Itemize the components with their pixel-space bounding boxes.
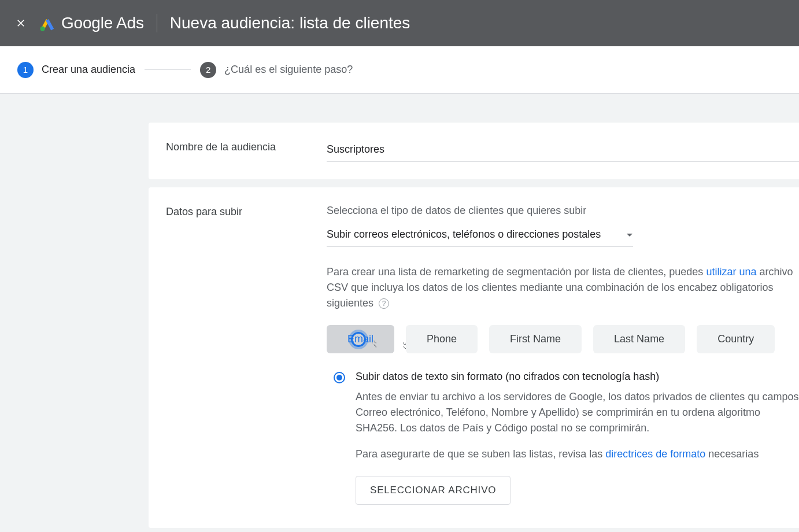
- help-icon[interactable]: ?: [379, 298, 389, 309]
- svg-point-0: [40, 27, 45, 31]
- upload-data-label: Datos para subir: [166, 205, 327, 505]
- step-1-label: Crear una audiencia: [42, 64, 135, 76]
- data-type-subheading: Selecciona el tipo de datos de clientes …: [327, 205, 799, 217]
- select-file-button[interactable]: SELECCIONAR ARCHIVO: [356, 476, 511, 505]
- audience-name-label: Nombre de la audiencia: [166, 140, 327, 162]
- chip-first-name[interactable]: First Name: [489, 325, 582, 353]
- chip-country[interactable]: Country: [697, 325, 775, 353]
- chip-last-name[interactable]: Last Name: [593, 325, 685, 353]
- brand: Google Ads: [39, 14, 144, 32]
- step-2-label: ¿Cuál es el siguiente paso?: [224, 64, 353, 76]
- plaintext-radio-description-1: Antes de enviar tu archivo a los servido…: [356, 389, 799, 436]
- radio-dot-icon: [336, 375, 342, 380]
- chip-email[interactable]: Email: [327, 325, 394, 353]
- step-1[interactable]: 1 Crear una audiencia: [17, 62, 135, 78]
- audience-name-card: Nombre de la audiencia: [149, 123, 799, 179]
- close-button[interactable]: [10, 13, 31, 34]
- plaintext-radio-label: Subir datos de texto sin formato (no cif…: [356, 371, 659, 383]
- chip-phone[interactable]: Phone: [406, 325, 478, 353]
- step-2[interactable]: 2 ¿Cuál es el siguiente paso?: [200, 62, 353, 78]
- google-ads-logo-icon: [39, 15, 56, 31]
- header: Google Ads Nueva audiencia: lista de cli…: [0, 0, 799, 46]
- step-1-number: 1: [17, 62, 34, 78]
- close-icon: [15, 17, 27, 29]
- stepper: 1 Crear una audiencia 2 ¿Cuál es el sigu…: [0, 46, 799, 94]
- step-connector: [145, 69, 191, 70]
- plaintext-radio[interactable]: [334, 372, 345, 383]
- upload-description: Para crear una lista de remarketing de s…: [327, 264, 799, 311]
- main-content: Nombre de la audiencia Datos para subir …: [149, 94, 799, 528]
- chevron-down-icon: [626, 230, 633, 240]
- ripple-icon: [351, 332, 366, 347]
- audience-name-input[interactable]: [327, 140, 799, 162]
- plaintext-radio-row: Subir datos de texto sin formato (no cif…: [334, 371, 799, 383]
- format-guidelines-link[interactable]: directrices de formato: [605, 448, 705, 460]
- dropdown-selected-label: Subir correos electrónicos, teléfonos o …: [327, 228, 601, 241]
- page-title: Nueva audiencia: lista de clientes: [170, 14, 410, 32]
- header-divider: [157, 14, 157, 32]
- upload-data-card: Datos para subir Selecciona el tipo de d…: [149, 187, 799, 528]
- step-2-number: 2: [200, 62, 216, 78]
- data-type-dropdown[interactable]: Subir correos electrónicos, teléfonos o …: [327, 228, 633, 247]
- header-chips: Email Phone First Name Last Name Country: [327, 325, 799, 353]
- use-template-link[interactable]: utilizar una: [706, 266, 756, 278]
- plaintext-radio-description-2: Para asegurarte de que se suben las list…: [356, 446, 799, 462]
- brand-text: Google Ads: [61, 14, 144, 32]
